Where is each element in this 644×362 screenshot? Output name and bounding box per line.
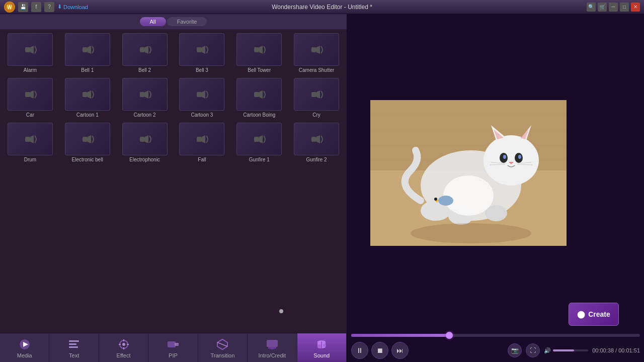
sound-item-2[interactable]: Bell 2	[117, 31, 173, 75]
sound-item-12[interactable]: Drum	[2, 121, 58, 164]
svg-rect-22	[254, 92, 259, 97]
svg-rect-20	[197, 92, 202, 97]
svg-rect-30	[140, 137, 145, 142]
toolbar-tabs: Media Text Effect PIP Transition Intro/C…	[0, 333, 347, 362]
save-icon[interactable]: 💾	[18, 2, 28, 12]
search-btn[interactable]: 🔍	[587, 3, 596, 12]
volume-area: 🔊	[544, 347, 588, 354]
sound-label-14: Electrophonic	[129, 157, 160, 162]
tab-icon-sound	[314, 337, 329, 351]
sound-thumb-12	[8, 123, 53, 155]
sound-grid: Alarm Bell 1 Bell 2	[0, 29, 347, 333]
sound-thumb-7	[65, 78, 110, 111]
svg-point-82	[443, 175, 494, 216]
svg-rect-49	[168, 341, 176, 347]
download-button[interactable]: ⬇ Download	[57, 4, 88, 10]
close-button[interactable]: ✕	[631, 3, 640, 12]
tab-sound[interactable]: Sound	[297, 333, 347, 362]
svg-rect-41	[69, 343, 76, 345]
fullscreen-button[interactable]: ⛶	[526, 343, 540, 357]
svg-point-44	[122, 343, 125, 346]
sound-item-6[interactable]: Car	[2, 76, 58, 120]
sound-item-8[interactable]: Cartoon 2	[117, 76, 173, 120]
tab-text[interactable]: Text	[49, 333, 99, 362]
sound-item-15[interactable]: Fall	[174, 121, 230, 164]
tab-media[interactable]: Media	[0, 333, 49, 362]
svg-marker-33	[202, 135, 205, 143]
tab-icon-pip	[166, 337, 180, 351]
sound-item-9[interactable]: Cartoon 3	[174, 76, 230, 120]
svg-point-86	[411, 223, 531, 243]
svg-rect-16	[83, 92, 88, 97]
sound-thumb-14	[122, 123, 168, 155]
sound-item-4[interactable]: Bell Tower	[231, 31, 287, 75]
right-panel: ⬤ Create ⏸ ⏹ ⏭ 📷 ⛶ 🔊	[347, 14, 644, 362]
tab-label-media: Media	[17, 352, 32, 358]
sound-item-1[interactable]: Bell 1	[59, 31, 116, 75]
sound-thumb-11	[294, 78, 339, 111]
stop-button[interactable]: ⏹	[371, 342, 388, 359]
create-button[interactable]: ⬤ Create	[569, 303, 619, 326]
tab-label-intro/credit: Intro/Credit	[259, 352, 286, 358]
sound-item-0[interactable]: Alarm	[2, 31, 58, 75]
svg-marker-21	[202, 90, 205, 99]
sound-item-7[interactable]: Cartoon 1	[59, 76, 116, 120]
svg-rect-26	[25, 137, 30, 142]
pause-button[interactable]: ⏸	[351, 342, 368, 359]
preview-area: ⬤ Create	[347, 14, 644, 332]
svg-rect-12	[311, 47, 316, 52]
sound-item-14[interactable]: Electrophonic	[117, 121, 173, 164]
svg-marker-25	[316, 90, 320, 99]
sound-item-16[interactable]: Gunfire 1	[231, 121, 287, 164]
progress-track[interactable]	[351, 334, 640, 337]
sound-thumb-9	[179, 78, 224, 111]
volume-track[interactable]	[553, 349, 588, 351]
sound-label-10: Cartoon Boing	[243, 112, 275, 118]
help-icon[interactable]: ?	[44, 2, 54, 12]
tab-icon-text	[67, 337, 81, 351]
svg-rect-2	[25, 47, 30, 52]
tab-effect[interactable]: Effect	[99, 333, 148, 362]
sound-item-17[interactable]: Gunfire 2	[288, 121, 345, 164]
minimize-button[interactable]: ─	[609, 3, 618, 12]
svg-rect-34	[254, 137, 259, 142]
screenshot-button[interactable]: 📷	[508, 343, 522, 357]
next-frame-button[interactable]: ⏭	[391, 342, 409, 359]
progress-thumb[interactable]	[446, 332, 453, 339]
svg-marker-19	[145, 90, 148, 99]
svg-rect-53	[267, 340, 278, 347]
filter-bar: All Favorite	[0, 14, 347, 29]
titlebar: W 💾 f ? ⬇ Download Wondershare Video Edi…	[0, 0, 644, 14]
svg-rect-36	[311, 137, 316, 142]
sound-thumb-8	[122, 78, 168, 111]
sound-label-16: Gunfire 1	[249, 157, 270, 162]
playback-buttons: ⏸ ⏹ ⏭	[351, 342, 409, 359]
sound-item-13[interactable]: Electronic bell	[59, 121, 116, 164]
sound-label-1: Bell 1	[81, 67, 94, 73]
progress-bar-area	[347, 332, 644, 339]
tab-pip[interactable]: PIP	[148, 333, 198, 362]
sound-item-3[interactable]: Bell 3	[174, 31, 230, 75]
sound-label-9: Cartoon 3	[191, 112, 213, 118]
main-layout: All Favorite Alarm	[0, 14, 644, 362]
svg-marker-17	[88, 90, 91, 99]
svg-marker-31	[145, 135, 148, 143]
sound-label-4: Bell Tower	[248, 67, 271, 73]
tab-transition[interactable]: Transition	[198, 333, 248, 362]
facebook-icon[interactable]: f	[31, 2, 41, 12]
maximize-button[interactable]: □	[620, 3, 629, 12]
all-filter-button[interactable]: All	[140, 17, 166, 26]
sound-item-11[interactable]: Cry	[288, 76, 345, 120]
tab-introcredit[interactable]: Intro/Credit	[248, 333, 297, 362]
video-preview	[370, 100, 567, 246]
shop-btn[interactable]: 🛒	[598, 3, 607, 12]
favorite-filter-button[interactable]: Favorite	[167, 17, 207, 26]
svg-marker-29	[88, 135, 91, 143]
svg-point-83	[438, 196, 453, 206]
download-arrow-icon: ⬇	[57, 4, 62, 10]
cat-preview-image	[370, 100, 567, 246]
create-label: Create	[588, 310, 610, 318]
svg-marker-15	[30, 90, 34, 99]
sound-item-5[interactable]: Camera Shutter	[288, 31, 345, 75]
sound-item-10[interactable]: Cartoon Boing	[231, 76, 287, 120]
